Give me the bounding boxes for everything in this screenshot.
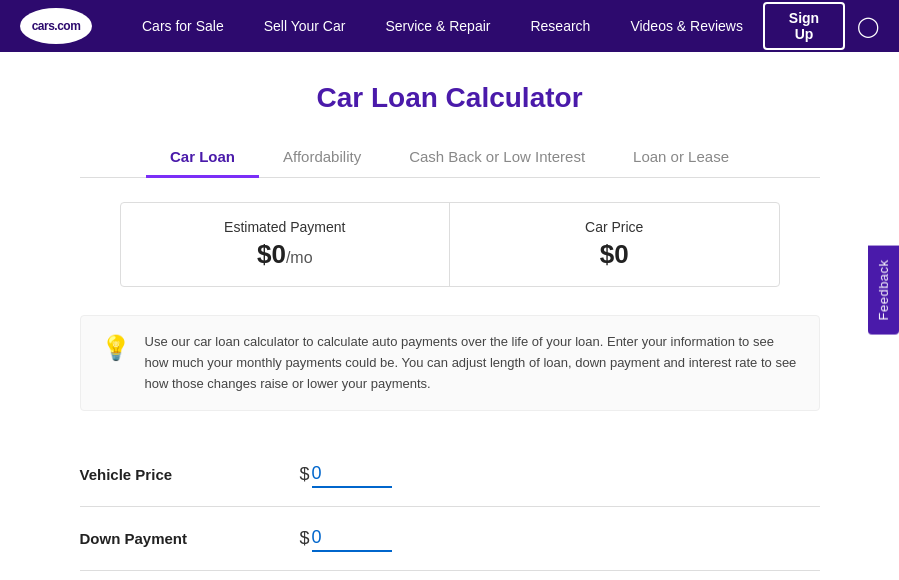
nav-link-sell-your-car[interactable]: Sell Your Car [244,0,366,52]
estimated-payment-value: $0/mo [141,239,430,270]
logo[interactable]: cars.com [20,8,92,44]
dollar-sign-down-payment: $ [300,528,310,549]
dollar-sign-vehicle-price: $ [300,464,310,485]
nav-link-research[interactable]: Research [510,0,610,52]
estimated-payment-summary: Estimated Payment $0/mo [121,203,450,286]
field-row-vehicle-price: Vehicle Price$ [80,443,820,507]
field-input-wrap-down-payment: $ [300,525,392,552]
car-price-label: Car Price [470,219,759,235]
tab-loan-or-lease[interactable]: Loan or Lease [609,138,753,178]
nav-links: Cars for SaleSell Your CarService & Repa… [122,0,763,52]
info-box: 💡 Use our car loan calculator to calcula… [80,315,820,411]
summary-row: Estimated Payment $0/mo Car Price $0 [120,202,780,287]
nav-actions: Sign Up ◯ [763,2,879,50]
field-label-vehicle-price: Vehicle Price [80,466,300,483]
field-row-trade-in-value: Trade-In ValueCheck my car's value$ [80,571,820,580]
field-label-down-payment: Down Payment [80,530,300,547]
fields-container: Vehicle Price$Down Payment$Trade-In Valu… [80,443,820,580]
user-icon[interactable]: ◯ [857,14,879,38]
sign-up-button[interactable]: Sign Up [763,2,845,50]
estimated-payment-label: Estimated Payment [141,219,430,235]
nav-link-service-repair[interactable]: Service & Repair [365,0,510,52]
car-price-summary: Car Price $0 [449,203,779,286]
tab-car-loan[interactable]: Car Loan [146,138,259,178]
page-title: Car Loan Calculator [80,82,820,114]
tabs: Car LoanAffordabilityCash Back or Low In… [80,138,820,178]
car-price-value: $0 [470,239,759,270]
main-content: Car Loan Calculator Car LoanAffordabilit… [60,52,840,580]
nav-link-videos-reviews[interactable]: Videos & Reviews [610,0,763,52]
info-text: Use our car loan calculator to calculate… [145,332,799,394]
field-row-down-payment: Down Payment$ [80,507,820,571]
feedback-button[interactable]: Feedback [868,245,899,334]
lightbulb-icon: 💡 [101,334,131,362]
navigation: cars.com Cars for SaleSell Your CarServi… [0,0,899,52]
tab-cash-back-or-low-interest[interactable]: Cash Back or Low Interest [385,138,609,178]
input-vehicle-price[interactable] [312,461,392,488]
logo-text: cars.com [32,19,81,33]
tab-affordability[interactable]: Affordability [259,138,385,178]
field-input-wrap-vehicle-price: $ [300,461,392,488]
nav-link-cars-for-sale[interactable]: Cars for Sale [122,0,244,52]
input-down-payment[interactable] [312,525,392,552]
